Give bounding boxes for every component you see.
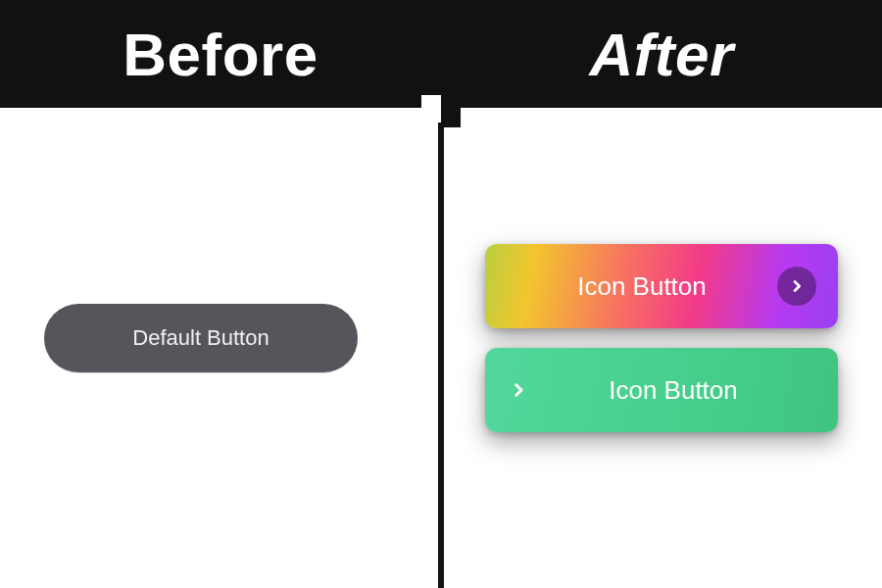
icon-button-a[interactable]: Icon Button bbox=[485, 244, 838, 328]
chevron-right-icon bbox=[777, 267, 816, 306]
header-before: Before bbox=[0, 0, 441, 108]
panel-after: Icon Button Icon Button bbox=[441, 108, 882, 588]
icon-button-a-label: Icon Button bbox=[507, 271, 777, 302]
title-after: After bbox=[589, 20, 733, 89]
icon-button-b[interactable]: Icon Button bbox=[485, 348, 838, 432]
header-after: After bbox=[441, 0, 882, 108]
default-button-label: Default Button bbox=[132, 325, 269, 351]
panel-before: Default Button bbox=[0, 108, 441, 588]
title-before: Before bbox=[122, 20, 318, 89]
default-button[interactable]: Default Button bbox=[44, 304, 358, 372]
icon-button-b-label: Icon Button bbox=[530, 375, 816, 406]
chevron-right-icon bbox=[507, 381, 530, 399]
header-bar: Before After bbox=[0, 0, 882, 108]
